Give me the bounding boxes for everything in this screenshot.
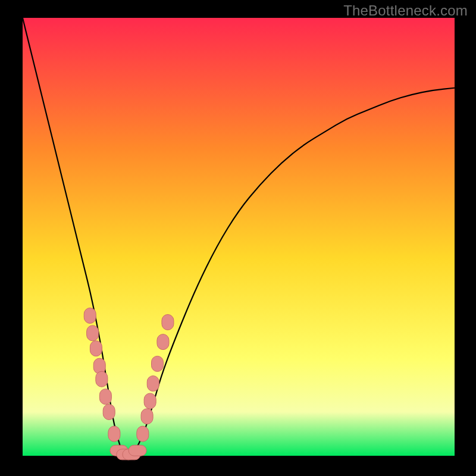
watermark-text: TheBottleneck.com (343, 2, 468, 19)
curve-marker (141, 409, 153, 424)
curve-marker (90, 341, 102, 356)
curve-marker (147, 376, 159, 392)
curve-marker (96, 371, 108, 387)
curve-marker (144, 393, 156, 409)
curve-marker (93, 358, 105, 374)
bottleneck-chart (0, 0, 476, 476)
curve-marker (108, 426, 120, 441)
curve-marker (162, 315, 174, 330)
curve-marker (103, 404, 115, 419)
plot-background (23, 18, 455, 456)
curve-marker (137, 426, 149, 441)
chart-stage: TheBottleneck.com (0, 0, 476, 476)
curve-marker (129, 445, 146, 456)
curve-marker (152, 356, 164, 371)
curve-marker (99, 389, 111, 405)
curve-marker (87, 325, 99, 341)
curve-marker (157, 334, 169, 350)
curve-marker (84, 308, 96, 323)
